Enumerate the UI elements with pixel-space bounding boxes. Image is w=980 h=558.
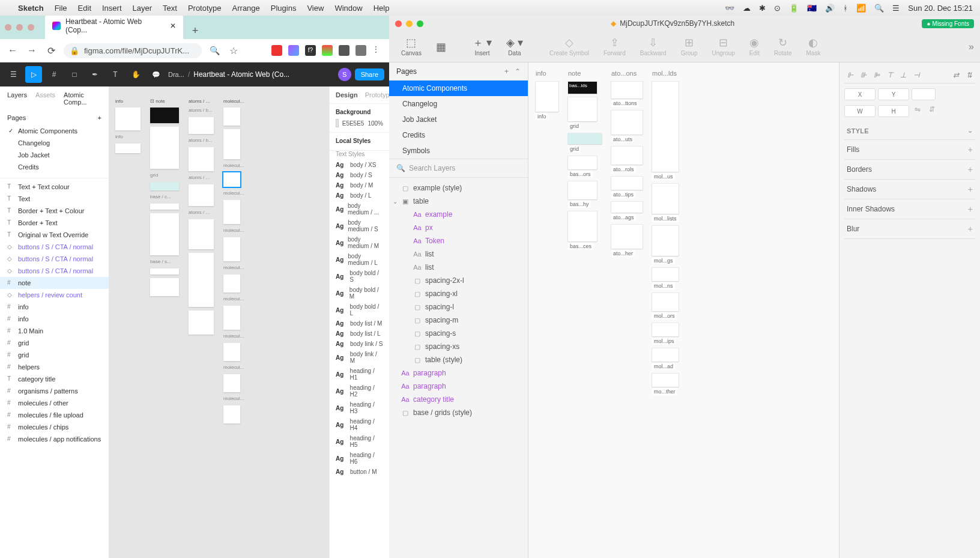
layer-item[interactable]: ▢example (style)	[389, 181, 528, 195]
text-style-item[interactable]: Agbody list / L	[336, 329, 383, 339]
ext-puzzle-icon[interactable]	[355, 45, 366, 56]
draft-label[interactable]: Dra...	[168, 71, 184, 78]
move-tool-icon[interactable]: ▷	[25, 66, 42, 83]
y-input[interactable]	[878, 88, 909, 100]
layer-item[interactable]: ▢spacing-l	[389, 300, 528, 314]
menu-text[interactable]: Text	[163, 4, 177, 13]
artboard-label[interactable]: bas...hy	[568, 201, 591, 208]
tray-gear-icon[interactable]: ✱	[759, 4, 766, 13]
artboard[interactable]	[189, 311, 214, 335]
page-item[interactable]: Credits	[0, 161, 109, 173]
share-button[interactable]: Share	[355, 68, 384, 80]
tab-close-icon[interactable]: ✕	[170, 22, 176, 30]
tray-bluetooth-icon[interactable]: ᚼ	[843, 4, 848, 13]
artboard-label[interactable]: info	[536, 113, 548, 120]
inspector-section[interactable]: Shadows+	[844, 180, 975, 199]
tray-search-icon[interactable]: 🔍	[874, 4, 884, 13]
artboard[interactable]	[223, 374, 240, 392]
artboard[interactable]	[611, 111, 643, 135]
artboard[interactable]	[115, 108, 141, 130]
frame-tool-icon[interactable]: #	[46, 66, 62, 83]
artboard-label[interactable]: molecul...	[223, 396, 244, 402]
layer-item[interactable]: ▢spacing-xs	[389, 340, 528, 353]
artboard-label[interactable]: bas...ors	[568, 171, 593, 178]
artboard[interactable]	[611, 177, 643, 190]
artboard[interactable]	[223, 343, 240, 361]
text-style-item[interactable]: Agbody / S	[336, 170, 383, 180]
inspector-section[interactable]: Borders+	[844, 160, 975, 180]
missing-fonts-badge[interactable]: Missing Fonts	[922, 19, 974, 28]
toolbar-button[interactable]: ＋ ▾Insert	[467, 37, 498, 56]
artboard[interactable]	[652, 184, 679, 214]
artboard-label[interactable]: atoms / ...	[189, 210, 214, 216]
page-item[interactable]: Changelog	[389, 96, 528, 112]
ext-icon[interactable]	[288, 45, 299, 56]
menu-insert[interactable]: Insert	[102, 4, 122, 13]
layer-item[interactable]: #molecules / other	[0, 397, 109, 409]
layer-item[interactable]: Aacategory title	[389, 393, 528, 406]
layer-item[interactable]: ▣table	[389, 195, 528, 208]
chrome-tab[interactable]: Heartbeat - Atomic Web (Cop... ✕	[45, 13, 183, 39]
text-style-item[interactable]: Agbutton / M	[336, 467, 383, 477]
layer-item[interactable]: #grid	[0, 337, 109, 349]
artboard[interactable]	[223, 200, 240, 224]
layer-item[interactable]: ◇buttons / S / CTA / normal	[0, 241, 109, 253]
toolbar-button[interactable]: ◇Create Symbol	[543, 37, 595, 56]
inspector-section[interactable]: Inner Shadows+	[844, 199, 975, 219]
style-chevron-icon[interactable]: ⌄	[967, 127, 973, 135]
artboard[interactable]	[150, 108, 179, 123]
align-hcenter-icon[interactable]: ⊪	[858, 70, 870, 80]
sketch-canvas[interactable]: infoinfonotebas...ldsgridgridbas...orsba…	[528, 62, 839, 558]
layer-item[interactable]: Aalist	[389, 261, 528, 274]
chrome-menu-icon[interactable]: ⋮	[372, 45, 383, 56]
tray-battery-icon[interactable]: 🔋	[789, 4, 799, 13]
x-input[interactable]	[844, 88, 876, 100]
sketch-traffic-lights[interactable]	[395, 20, 423, 27]
toolbar-button[interactable]: ⊟Ungroup	[706, 37, 740, 56]
new-tab-button[interactable]: +	[187, 22, 204, 39]
page-dropdown[interactable]: Atomic Comp...	[64, 91, 101, 106]
artboard[interactable]	[652, 268, 679, 281]
layer-item[interactable]: Aaexample	[389, 208, 528, 221]
add-page-icon[interactable]: +	[504, 67, 509, 76]
artboard-label[interactable]: molecul...	[223, 365, 244, 371]
page-item[interactable]: Changelog	[0, 137, 109, 149]
hand-tool-icon[interactable]: ✋	[127, 66, 144, 83]
tray-volume-icon[interactable]: 🔊	[825, 4, 835, 13]
distribute-h-icon[interactable]: ⇄	[950, 70, 962, 80]
layer-item[interactable]: Aapx	[389, 221, 528, 234]
toolbar-button[interactable]: ◉Edit	[743, 37, 766, 56]
layer-item[interactable]: ▢spacing-m	[389, 314, 528, 327]
page-item[interactable]: Credits	[389, 127, 528, 143]
text-style-item[interactable]: Agbody / M	[336, 180, 383, 190]
layer-item[interactable]: #molecules / file upload	[0, 409, 109, 421]
tray-glasses-icon[interactable]: 👓	[725, 4, 734, 13]
artboard[interactable]	[115, 144, 141, 153]
add-icon[interactable]: +	[968, 184, 973, 194]
ext-icon[interactable]	[322, 45, 333, 56]
bg-swatch[interactable]	[336, 119, 339, 127]
layer-item[interactable]: Aalist	[389, 247, 528, 261]
layer-item[interactable]: ▢spacing-s	[389, 327, 528, 340]
artboard[interactable]	[150, 213, 179, 255]
toolbar-button[interactable]: ⇪Forward	[597, 37, 632, 56]
flip-h-icon[interactable]: ⇋	[912, 105, 924, 117]
artboard[interactable]	[150, 182, 179, 190]
layer-item[interactable]: #organisms / patterns	[0, 385, 109, 397]
page-item[interactable]: Job Jacket	[0, 149, 109, 161]
artboard[interactable]	[223, 108, 240, 126]
artboard-label[interactable]: bas...ces	[568, 243, 593, 250]
figma-canvas[interactable]: infoinfo⊡ notegridbase / c...base / s...…	[109, 86, 329, 558]
bg-hex[interactable]: E5E5E5	[342, 120, 364, 127]
layer-item[interactable]: TBorder + Text	[0, 217, 109, 229]
artboard-label[interactable]: mol...gs	[652, 257, 675, 264]
artboard[interactable]	[568, 211, 597, 241]
artboard-label[interactable]: ato...tips	[611, 191, 635, 198]
artboard[interactable]	[611, 202, 643, 213]
artboard-label[interactable]: molecul...	[223, 296, 244, 302]
chrome-traffic-lights[interactable]	[5, 24, 34, 31]
artboard-label[interactable]: molecul...	[223, 163, 244, 169]
layer-item[interactable]: #note	[0, 277, 109, 289]
artboard-label[interactable]: mo...ther	[652, 388, 677, 395]
add-page-icon[interactable]: +	[98, 114, 101, 121]
